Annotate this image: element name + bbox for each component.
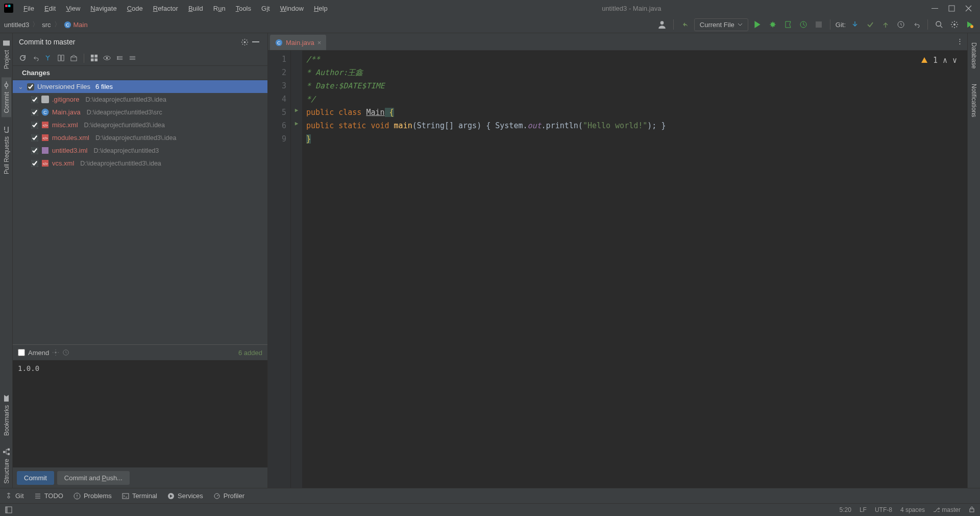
menu-file[interactable]: File <box>19 3 38 14</box>
git-branch[interactable]: ⎇ master <box>933 506 961 513</box>
file-row[interactable]: CMain.javaD:\ideaproject\untitled3\src <box>13 106 267 119</box>
menu-tools[interactable]: Tools <box>232 3 255 14</box>
rail-database[interactable]: Database <box>969 35 978 73</box>
rollback-icon[interactable] <box>32 54 39 62</box>
undo-build-icon[interactable] <box>679 18 691 31</box>
commit-button[interactable]: Commit <box>17 471 54 485</box>
bt-todo[interactable]: TODO <box>34 492 63 500</box>
menu-refactor[interactable]: Refactor <box>149 3 182 14</box>
menu-window[interactable]: Window <box>276 3 308 14</box>
warning-icon[interactable] <box>921 57 928 64</box>
checkbox[interactable] <box>31 160 38 167</box>
bt-services[interactable]: Services <box>167 492 203 500</box>
unversioned-files-node[interactable]: ⌄ Unversioned Files 6 files <box>13 80 267 93</box>
file-row[interactable]: </>misc.xmlD:\ideaproject\untitled3\.ide… <box>13 119 267 131</box>
editor-body[interactable]: 1234569 ▶ ▶ 1 ∧ ∨ /** * Author:王鑫 * Date… <box>268 51 967 488</box>
line-ending[interactable]: LF <box>860 506 867 513</box>
menu-navigate[interactable]: Navigate <box>86 3 120 14</box>
user-icon[interactable] <box>656 18 668 31</box>
prev-highlight-icon[interactable]: ∧ <box>943 54 947 67</box>
file-row[interactable]: untitled3.imlD:\ideaproject\untitled3 <box>13 144 267 157</box>
menu-view[interactable]: View <box>62 3 84 14</box>
rail-pull-requests[interactable]: Pull Requests <box>2 122 11 178</box>
close-icon[interactable] <box>965 5 972 12</box>
collapse-icon[interactable] <box>129 54 136 62</box>
checkbox[interactable] <box>27 83 34 90</box>
close-tab-icon[interactable]: × <box>317 39 322 46</box>
indent-info[interactable]: 4 spaces <box>900 506 925 513</box>
checkbox[interactable] <box>31 122 38 129</box>
rail-commit[interactable]: Commit <box>2 77 11 117</box>
checkbox[interactable] <box>31 109 38 116</box>
menu-build[interactable]: Build <box>184 3 207 14</box>
expand-icon[interactable] <box>116 54 124 62</box>
profile-button[interactable] <box>797 18 810 31</box>
file-path: D:\ideaproject\untitled3\src <box>87 109 162 116</box>
lock-icon[interactable] <box>969 506 975 512</box>
shelve-icon[interactable] <box>44 54 52 62</box>
run-gutter-icon[interactable]: ▶ <box>291 117 302 130</box>
menu-edit[interactable]: Edit <box>40 3 60 14</box>
rail-bookmarks[interactable]: Bookmarks <box>2 390 11 440</box>
menu-code[interactable]: Code <box>123 3 147 14</box>
rail-notifications[interactable]: Notifications <box>969 77 978 121</box>
git-commit-icon[interactable] <box>864 18 876 31</box>
file-encoding[interactable]: UTF-8 <box>875 506 892 513</box>
amend-checkbox[interactable] <box>18 349 25 356</box>
bc-src[interactable]: src <box>42 21 51 29</box>
caret-position[interactable]: 5:20 <box>840 506 851 513</box>
chevron-down-icon[interactable]: ⌄ <box>18 83 24 90</box>
refresh-icon[interactable] <box>19 54 27 62</box>
git-pull-icon[interactable] <box>849 18 861 31</box>
bc-main[interactable]: Main <box>74 21 88 29</box>
search-icon[interactable] <box>933 18 945 31</box>
settings-icon[interactable] <box>948 18 961 31</box>
commit-message-input[interactable]: 1.0.0 <box>13 360 267 467</box>
checkbox[interactable] <box>31 96 38 103</box>
minimize-panel-icon[interactable] <box>250 36 261 48</box>
run-config-combo[interactable]: Current File <box>694 18 748 31</box>
run-anything-icon[interactable] <box>964 18 976 31</box>
checkbox[interactable] <box>31 147 38 154</box>
gear-icon[interactable] <box>52 349 59 356</box>
bt-problems[interactable]: Problems <box>74 492 112 500</box>
coverage-button[interactable] <box>782 18 794 31</box>
file-path: D:\ideaproject\untitled3\.idea <box>85 96 166 103</box>
menu-git[interactable]: Git <box>257 3 274 14</box>
right-tool-rail: Database Notifications <box>967 33 980 488</box>
file-row[interactable]: </>vcs.xmlD:\ideaproject\untitled3\.idea <box>13 157 267 170</box>
group-icon[interactable] <box>90 54 98 62</box>
commit-push-button[interactable]: Commit and Push... <box>57 471 130 485</box>
code-content[interactable]: 1 ∧ ∨ /** * Author:王鑫 * Date:$DATE$TIME … <box>302 51 967 488</box>
diff-icon[interactable] <box>57 54 65 62</box>
bt-terminal[interactable]: Terminal <box>122 492 157 500</box>
file-row[interactable]: .gitignoreD:\ideaproject\untitled3\.idea <box>13 93 267 106</box>
git-history-icon[interactable] <box>895 18 907 31</box>
rail-structure[interactable]: Structure <box>2 444 11 488</box>
history-icon[interactable] <box>62 349 69 356</box>
git-push-icon[interactable] <box>879 18 892 31</box>
gear-icon[interactable] <box>239 36 250 48</box>
next-highlight-icon[interactable]: ∨ <box>952 54 957 67</box>
editor-area: C Main.java × ⋮ 1234569 ▶ ▶ 1 ∧ <box>268 33 967 488</box>
menu-run[interactable]: Run <box>209 3 230 14</box>
tool-windows-icon[interactable] <box>5 506 12 513</box>
checkbox[interactable] <box>31 134 38 142</box>
debug-button[interactable] <box>767 18 779 31</box>
run-button[interactable] <box>751 18 764 31</box>
tab-more-icon[interactable]: ⋮ <box>957 37 963 45</box>
file-name: Main.java <box>52 108 81 116</box>
rail-project[interactable]: Project <box>2 35 11 73</box>
minimize-icon[interactable] <box>932 5 938 12</box>
menu-help[interactable]: Help <box>310 3 332 14</box>
changelist-icon[interactable] <box>70 54 78 62</box>
run-gutter-icon[interactable]: ▶ <box>291 104 302 117</box>
git-revert-icon[interactable] <box>910 18 922 31</box>
view-icon[interactable] <box>103 54 111 62</box>
bt-profiler[interactable]: Profiler <box>213 492 244 500</box>
maximize-icon[interactable] <box>948 5 955 12</box>
bt-git[interactable]: Git <box>5 492 24 500</box>
bc-project[interactable]: untitled3 <box>4 21 29 29</box>
file-row[interactable]: </>modules.xmlD:\ideaproject\untitled3\.… <box>13 131 267 144</box>
editor-tab-main[interactable]: C Main.java × <box>270 35 326 50</box>
